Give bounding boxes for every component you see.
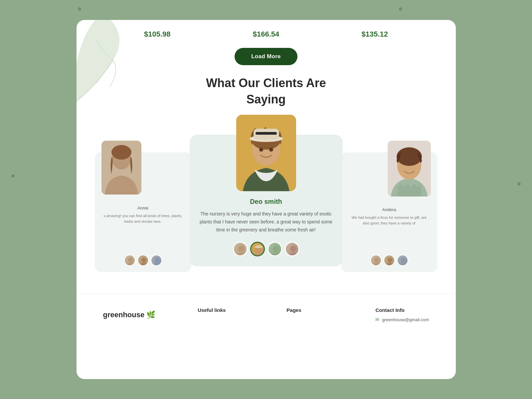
center-mini-avatar-4[interactable] <box>285 242 299 256</box>
footer-useful-links: Useful links <box>198 307 244 322</box>
right-mini-avatar-2[interactable] <box>384 255 395 266</box>
right-reviewer-avatar-large <box>388 141 431 197</box>
footer-email: greenhouse@gmail.com <box>382 317 429 322</box>
footer-email-row: ✉ greenhouse@gmail.com <box>375 317 429 322</box>
center-review-text: The nursery is very huge and they have a… <box>200 210 333 234</box>
right-testimonial-card: Andera We had bought a ficus for someone… <box>341 152 438 272</box>
svg-point-23 <box>374 258 379 262</box>
svg-rect-17 <box>256 245 261 248</box>
svg-rect-11 <box>256 132 277 135</box>
bg-dot-top-left <box>78 7 81 11</box>
right-reviewer-name: Andera <box>348 207 431 212</box>
load-more-container: Load More <box>77 48 456 65</box>
footer-pages-heading: Pages <box>286 307 333 313</box>
center-mini-avatar-2[interactable] <box>250 242 265 256</box>
left-avatar-row <box>124 255 162 266</box>
center-reviewer-avatar <box>236 115 296 191</box>
left-review-text: s amazing! you can find all kinds of tre… <box>101 213 185 224</box>
left-reviewer-name: Annie <box>101 205 185 210</box>
load-more-button[interactable]: Load More <box>235 48 297 65</box>
svg-point-14 <box>238 246 244 252</box>
price-row: $105.98 $166.54 $135.12 <box>77 20 456 42</box>
footer-logo-text: greenhouse <box>103 311 145 319</box>
testimonials-section-title: What Our Clients Are Saying <box>77 75 456 107</box>
main-card: $105.98 $166.54 $135.12 Load More What O… <box>77 20 456 379</box>
footer-logo: greenhouse 🌿 <box>103 307 156 322</box>
email-icon: ✉ <box>375 317 379 322</box>
bg-dot-mid-right <box>517 182 521 186</box>
svg-point-4 <box>141 258 146 262</box>
testimonials-wrapper: Annie s amazing! you can find all kinds … <box>77 121 456 280</box>
bg-dot-top-right <box>399 7 402 11</box>
left-reviewer-avatar-large <box>101 141 141 195</box>
left-mini-avatar-2[interactable] <box>137 255 149 266</box>
right-avatar-row <box>370 255 408 266</box>
bg-dot-mid-left <box>11 174 15 178</box>
svg-point-19 <box>290 246 296 252</box>
svg-point-12 <box>259 148 263 152</box>
center-mini-avatar-3[interactable] <box>267 242 282 256</box>
price-3: $135.12 <box>361 30 388 39</box>
left-mini-avatar-3[interactable] <box>151 255 162 266</box>
svg-point-2 <box>111 145 131 160</box>
center-avatar-row <box>233 242 299 256</box>
footer: greenhouse 🌿 Useful links Pages Contact … <box>77 294 456 326</box>
svg-point-24 <box>388 258 392 262</box>
right-mini-avatar-3[interactable] <box>397 255 408 266</box>
price-1: $105.98 <box>144 30 171 39</box>
svg-point-25 <box>401 258 406 262</box>
svg-point-13 <box>269 148 273 152</box>
svg-point-22 <box>397 147 422 166</box>
left-mini-avatar-1[interactable] <box>124 255 135 266</box>
price-2: $166.54 <box>253 30 279 39</box>
footer-useful-links-heading: Useful links <box>198 307 244 313</box>
svg-point-5 <box>155 258 159 262</box>
svg-point-18 <box>273 246 279 252</box>
footer-contact: Contact Info ✉ greenhouse@gmail.com <box>375 307 429 322</box>
center-testimonial-card: Deo smith The nursery is very huge and t… <box>190 135 343 266</box>
right-mini-avatar-1[interactable] <box>370 255 382 266</box>
footer-pages: Pages <box>286 307 333 322</box>
footer-leaf-icon: 🌿 <box>146 311 155 319</box>
center-mini-avatar-1[interactable] <box>233 242 248 256</box>
svg-point-3 <box>128 258 133 262</box>
footer-contact-heading: Contact Info <box>375 307 429 313</box>
right-review-text: We had bought a ficus for someone to gif… <box>348 215 431 226</box>
center-reviewer-name: Deo smith <box>250 198 282 205</box>
left-testimonial-card: Annie s amazing! you can find all kinds … <box>95 152 191 272</box>
